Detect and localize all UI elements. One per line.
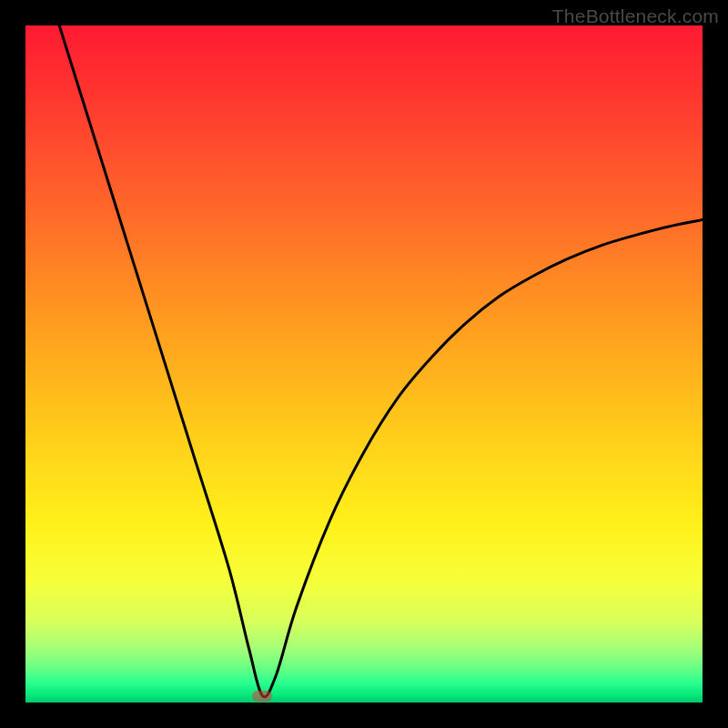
chart-stage: TheBottleneck.com xyxy=(0,0,728,728)
minimum-marker xyxy=(252,691,272,702)
watermark-text: TheBottleneck.com xyxy=(552,5,719,27)
curve-path xyxy=(59,25,703,697)
plot-area xyxy=(25,25,703,703)
bottleneck-curve xyxy=(25,25,703,703)
